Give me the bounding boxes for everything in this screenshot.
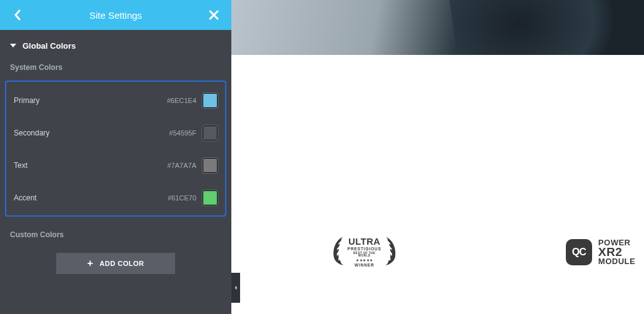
color-label: Secondary [14,129,169,137]
laurel-stars: ★★★★★ [348,258,381,262]
section-title-label: Global Colors [23,41,76,51]
color-swatch[interactable] [203,158,218,173]
logo-row: ULTRA PRESTIGIOUS BEST OF THE WORLD ★★★★… [231,234,644,270]
color-hex: #7A7A7A [168,162,196,169]
laurel-right-icon [383,235,398,268]
color-row-text[interactable]: Text #7A7A7A [10,149,221,182]
color-hex: #54595F [169,129,196,137]
laurel-line4: WINNER [348,263,381,267]
laurel-left-icon [331,235,346,268]
system-colors-group: Primary #6EC1E4 Secondary #54595F Text #… [5,81,226,217]
color-swatch[interactable] [203,125,218,140]
qc-icon: QC [566,239,592,265]
color-swatch[interactable] [203,93,218,108]
hero-image-strip [231,0,644,55]
custom-colors-label: Custom Colors [0,217,231,249]
back-button[interactable] [9,6,26,24]
settings-sidebar: Site Settings Global Colors System Color… [0,0,231,314]
preview-canvas: ULTRA PRESTIGIOUS BEST OF THE WORLD ★★★★… [231,0,644,314]
panel-title: Site Settings [89,10,142,21]
system-colors-label: System Colors [0,57,231,81]
qc-line3: MODULE [598,258,635,265]
color-swatch[interactable] [203,190,218,205]
laurel-line1: ULTRA [348,237,381,247]
add-color-label: ADD COLOR [99,260,144,267]
qc-power-badge: QC POWER XR2 MODULE [566,239,635,266]
color-label: Primary [14,96,167,105]
add-color-button[interactable]: + ADD COLOR [56,253,175,274]
sidebar-header: Site Settings [0,0,231,30]
laurel-line3: BEST OF THE WORLD [348,252,381,257]
plus-icon: + [88,258,94,268]
color-hex: #61CE70 [168,194,196,202]
color-label: Accent [14,194,168,202]
preview-area: ULTRA PRESTIGIOUS BEST OF THE WORLD ★★★★… [231,55,644,314]
global-colors-section-header[interactable]: Global Colors [0,30,231,57]
color-label: Text [14,161,168,170]
close-button[interactable] [205,6,223,24]
color-row-primary[interactable]: Primary #6EC1E4 [10,84,221,117]
color-row-secondary[interactable]: Secondary #54595F [10,117,221,149]
color-hex: #6EC1E4 [167,97,196,104]
color-row-accent[interactable]: Accent #61CE70 [10,182,221,214]
caret-down-icon [10,41,16,51]
award-laurel-badge: ULTRA PRESTIGIOUS BEST OF THE WORLD ★★★★… [331,235,398,268]
